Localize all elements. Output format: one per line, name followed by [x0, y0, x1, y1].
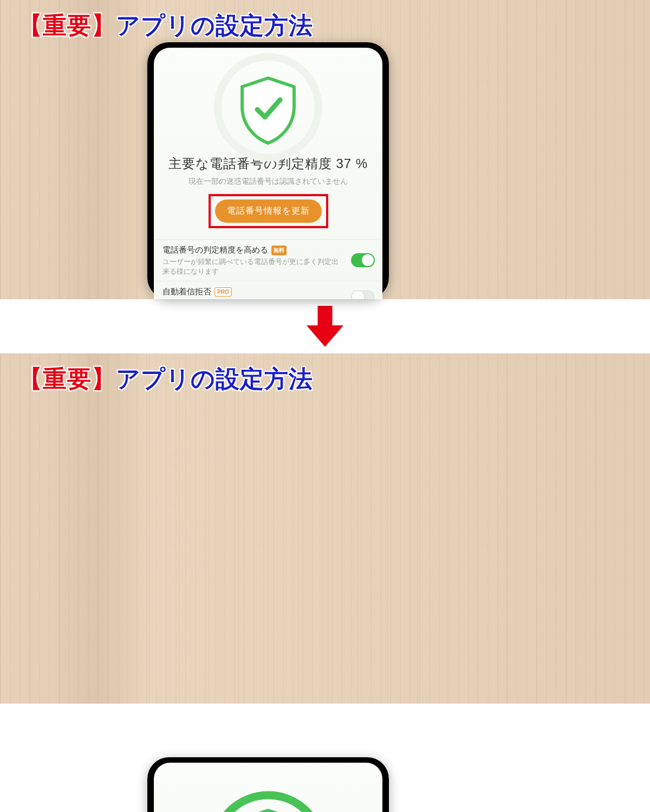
- bracket-open: 【: [18, 12, 43, 38]
- row-title-text: 電話番号の判定精度を高める: [162, 245, 268, 255]
- row-improve-accuracy[interactable]: 電話番号の判定精度を高める 無料 ユーザーが頻繁に調べている電話番号が更に多く判…: [154, 239, 382, 281]
- app-screen-before: 主要な電話番号の判定精度 37 % 現在一部の迷惑電話番号は認識されていません …: [154, 48, 382, 299]
- badge-free: 無料: [271, 246, 287, 255]
- update-database-button[interactable]: 電話番号情報を更新: [215, 199, 322, 223]
- scene-after: 【重要】アプリの設定方法 電話番号の判定精度が 高まりました 前回更新: 202…: [0, 353, 650, 704]
- toggle-improve-accuracy[interactable]: [351, 253, 375, 267]
- phone-frame: 主要な電話番号の判定精度 37 % 現在一部の迷惑電話番号は認識されていません …: [147, 42, 389, 299]
- title-rest: アプリの設定方法: [116, 12, 313, 38]
- toggle-auto-block[interactable]: [351, 290, 375, 299]
- row-title: 電話番号の判定精度を高める 無料: [162, 245, 374, 255]
- scene-before: 【重要】アプリの設定方法 主要な電話番号の判定精度 37 % 現在一部の迷惑電話…: [0, 0, 650, 299]
- row-auto-block[interactable]: 自動着信拒否 PRO 迷惑電話の着信もさせません。: [154, 281, 382, 299]
- row-desc: ユーザーが頻繁に調べている電話番号が更に多く判定出来る様になります: [162, 257, 374, 276]
- bracket-close: 】: [92, 365, 116, 392]
- app-screen-after: 電話番号の判定精度が 高まりました 前回更新: 2024/3/8 08:52 電…: [154, 763, 382, 812]
- bracket-open: 【: [18, 365, 43, 392]
- accuracy-subtext: 現在一部の迷惑電話番号は認識されていません: [154, 177, 382, 186]
- title-rest: アプリの設定方法: [116, 365, 313, 392]
- important-label: 重要: [43, 12, 92, 38]
- overlay-title: 【重要】アプリの設定方法: [18, 10, 313, 42]
- bracket-close: 】: [92, 12, 116, 38]
- shield-check-icon: [236, 75, 301, 145]
- transition-arrow-area: [0, 299, 650, 353]
- row-title: 自動着信拒否 PRO: [162, 287, 374, 297]
- highlight-box: 電話番号情報を更新: [209, 194, 328, 228]
- settings-list: 電話番号の判定精度を高める 無料 ユーザーが頻繁に調べている電話番号が更に多く判…: [154, 239, 382, 299]
- badge-pro: PRO: [214, 287, 232, 297]
- overlay-title: 【重要】アプリの設定方法: [18, 363, 313, 395]
- status-gauge: [206, 53, 330, 151]
- important-label: 重要: [43, 365, 92, 392]
- row-title-text: 自動着信拒否: [162, 287, 211, 297]
- status-gauge: [206, 779, 330, 812]
- shield-check-icon: [237, 807, 300, 812]
- arrow-down-icon: [301, 302, 349, 351]
- phone-frame: 電話番号の判定精度が 高まりました 前回更新: 2024/3/8 08:52 電…: [147, 757, 389, 812]
